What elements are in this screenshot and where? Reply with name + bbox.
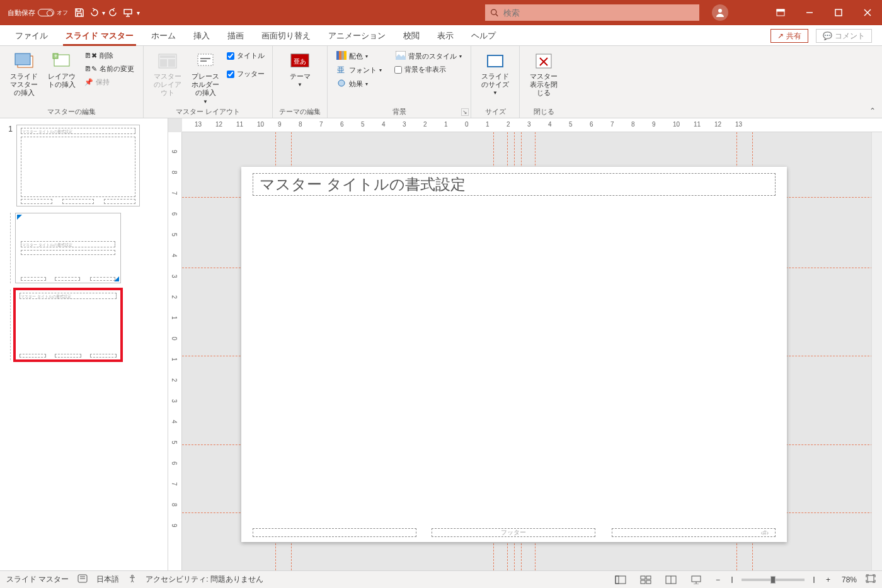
chevron-down-icon: ▾ [365, 54, 368, 59]
zoom-level[interactable]: 78% [842, 575, 857, 584]
svg-rect-14 [198, 54, 213, 65]
search-box[interactable] [485, 4, 699, 21]
vertical-ruler[interactable]: 9876543210123456789 [168, 132, 182, 570]
bg-styles-button[interactable]: 背景のスタイル ▾ [393, 50, 464, 62]
redo-icon[interactable] [109, 8, 119, 18]
present-icon[interactable] [123, 8, 133, 18]
chevron-down-icon: ▼ [203, 99, 208, 105]
tab-slide-master[interactable]: スライド マスター [57, 26, 142, 45]
layout-thumbnail-2-selected[interactable]: マスター タイトルの書式設定 [15, 290, 121, 360]
master-thumbnail[interactable]: マスター タイトルの書式設定 [16, 125, 140, 206]
tab-transitions[interactable]: 画面切り替え [253, 26, 319, 45]
insert-slide-master-button[interactable]: スライド マスターの挿入 [6, 50, 42, 99]
status-accessibility[interactable]: アクセシビリティ: 問題ありません [146, 574, 263, 585]
ribbon-collapse-icon[interactable]: ⌃ [869, 106, 876, 115]
tab-help[interactable]: ヘルプ [462, 26, 505, 45]
svg-rect-12 [160, 59, 167, 67]
vertical-scrollbar[interactable] [871, 132, 882, 570]
horizontal-ruler[interactable]: 13121110987654321012345678910111213 [182, 118, 882, 132]
group-background-label: 背景 [392, 106, 406, 118]
footer-checkbox[interactable]: フッター [226, 68, 266, 80]
fonts-button[interactable]: 亜フォント ▾ [334, 64, 384, 76]
minimize-button[interactable] [795, 0, 824, 25]
slide-size-icon [485, 51, 505, 71]
pagenum-placeholder[interactable]: ‹#› [612, 528, 776, 537]
svg-rect-26 [488, 55, 503, 67]
svg-rect-15 [200, 58, 210, 59]
zoom-slider[interactable] [742, 579, 805, 581]
status-mode[interactable]: スライド マスター [6, 574, 69, 585]
effects-button[interactable]: 効果 ▾ [334, 77, 384, 90]
tab-view[interactable]: 表示 [428, 26, 462, 45]
group-master-layout-label: マスター レイアウト [176, 106, 240, 118]
title-checkbox[interactable]: タイトル [226, 50, 266, 62]
zoom-out-button[interactable]: − [713, 575, 723, 584]
zoom-in-button[interactable]: + [823, 575, 833, 584]
tab-file[interactable]: ファイル [6, 26, 57, 45]
thumb-title-ph: マスター タイトルの書式設定 [20, 293, 117, 299]
comment-icon: 💬 [823, 31, 832, 40]
undo-icon[interactable] [88, 8, 98, 18]
hide-bg-checkbox[interactable]: 背景を非表示 [393, 64, 464, 76]
date-placeholder[interactable] [253, 528, 416, 537]
group-close-label: 閉じる [534, 106, 554, 118]
rename-button[interactable]: 🖹✎名前の変更 [82, 63, 137, 75]
slide-size-button[interactable]: スライドのサイズ ▼ [478, 50, 513, 98]
close-button[interactable] [853, 0, 882, 25]
autosave-state: オフ [57, 9, 68, 17]
title-placeholder[interactable]: マスター タイトルの書式設定 [253, 173, 776, 196]
insert-layout-button[interactable]: + レイアウトの挿入 [44, 50, 79, 90]
undo-dropdown-icon[interactable]: ▾ [102, 9, 105, 16]
search-input[interactable] [503, 8, 694, 18]
close-master-icon [534, 51, 554, 71]
tab-insert[interactable]: 挿入 [185, 26, 219, 45]
normal-view-button[interactable] [612, 574, 629, 586]
group-theme-edit: 亜あ テーマ ▼ テーマの編集 [273, 46, 328, 118]
fit-to-window-button[interactable] [866, 574, 876, 585]
footer-placeholder[interactable]: フッター [432, 528, 595, 537]
comment-button[interactable]: 💬コメント [816, 29, 872, 43]
effects-icon [336, 79, 346, 89]
reading-view-button[interactable] [663, 574, 679, 586]
sorter-view-button[interactable] [638, 574, 654, 586]
svg-rect-19 [336, 51, 339, 60]
delete-button[interactable]: 🖹✖削除 [82, 50, 137, 62]
group-master-edit-label: マスターの編集 [47, 106, 96, 118]
chevron-down-icon: ▼ [493, 90, 498, 96]
thumbnail-panel[interactable]: 1 マスター タイトルの書式設定 マスター タイトルの書式設定 マスター タイト [0, 118, 168, 570]
svg-rect-32 [641, 576, 645, 579]
qat-overflow-icon[interactable]: ▾ [137, 9, 140, 16]
svg-point-24 [338, 80, 345, 86]
close-master-button[interactable]: マスター表示を閉じる [526, 50, 561, 99]
colors-button[interactable]: 配色 ▾ [334, 50, 384, 62]
a11y-icon [128, 574, 137, 585]
tab-draw[interactable]: 描画 [219, 26, 253, 45]
insert-slide-master-icon [14, 51, 34, 71]
tab-review[interactable]: 校閲 [394, 26, 428, 45]
share-button[interactable]: ↗共有 [770, 29, 808, 43]
chevron-down-icon: ▾ [459, 54, 462, 59]
tab-animations[interactable]: アニメーション [319, 26, 394, 45]
status-language[interactable]: 日本語 [96, 574, 119, 585]
ribbon-display-button[interactable] [766, 0, 795, 25]
tab-home[interactable]: ホーム [142, 26, 185, 45]
chevron-down-icon: ▾ [379, 67, 382, 73]
background-dialog-launcher[interactable]: ↘ [461, 108, 469, 116]
maximize-button[interactable] [824, 0, 853, 25]
svg-point-29 [132, 575, 134, 577]
slideshow-button[interactable] [688, 574, 704, 586]
themes-icon: 亜あ [290, 51, 310, 71]
canvas[interactable]: マスター タイトルの書式設定 フッター ‹#› [182, 132, 882, 570]
save-icon[interactable] [74, 8, 84, 18]
insert-placeholder-button[interactable]: プレースホルダーの挿入 ▼ [188, 50, 223, 106]
slide[interactable]: マスター タイトルの書式設定 フッター ‹#› [241, 167, 787, 542]
preserve-button[interactable]: 📌保持 [82, 76, 137, 88]
layout-thumbnail-1[interactable]: マスター タイトルの書式設定 [15, 213, 121, 283]
autosave-toggle[interactable]: 自動保存 オフ [5, 7, 71, 19]
account-avatar[interactable] [712, 4, 728, 21]
insert-placeholder-icon [195, 51, 215, 71]
themes-button[interactable]: 亜あ テーマ ▼ [282, 50, 318, 89]
ime-icon[interactable] [77, 574, 88, 585]
svg-point-1 [718, 9, 722, 13]
svg-rect-31 [616, 576, 619, 584]
